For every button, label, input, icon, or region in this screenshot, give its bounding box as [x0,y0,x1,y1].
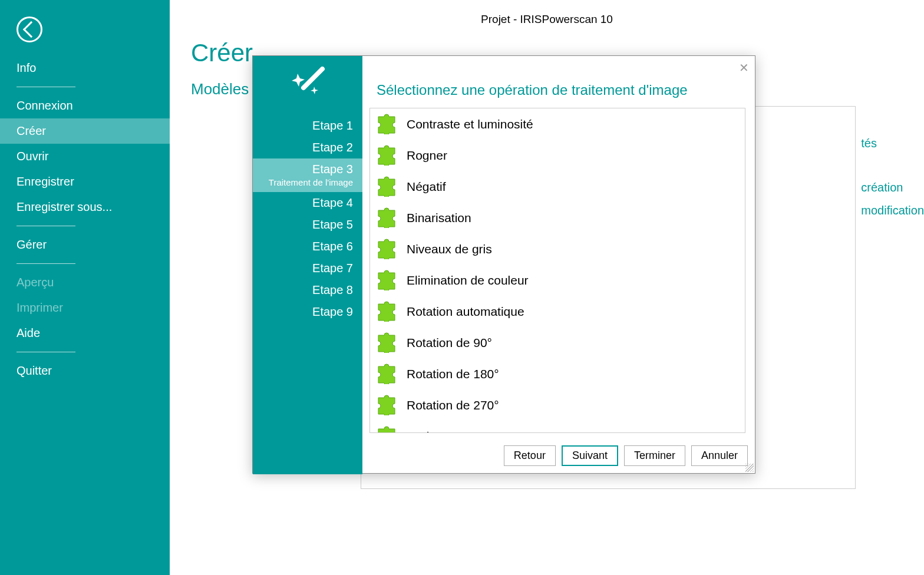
wizard-step[interactable]: Etape 6 [253,236,362,257]
puzzle-icon [375,329,407,356]
step-label: Etape 7 [258,262,353,275]
puzzle-icon [375,298,407,325]
operation-item[interactable]: Négatif [370,171,745,202]
hint-link-creation[interactable]: création [861,181,924,194]
resize-grip-icon[interactable] [745,464,754,472]
step-label: Etape 9 [258,305,353,319]
step-label: Etape 4 [258,196,353,210]
sidebar-item-imprimer: Imprimer [0,295,170,320]
operation-label: Contraste et luminosité [407,117,533,131]
sidebar-item-g-rer[interactable]: Gérer [0,232,170,257]
back-button[interactable] [16,16,42,42]
step-label: Etape 6 [258,240,353,253]
puzzle-icon [375,361,407,387]
sidebar-item-quitter[interactable]: Quitter [0,358,170,384]
sidebar-nav: InfoConnexionCréerOuvrirEnregistrerEnreg… [0,55,170,384]
wizard-step[interactable]: Etape 7 [253,257,362,279]
sidebar-item-aide[interactable]: Aide [0,320,170,346]
sidebar-item-cr-er[interactable]: Créer [0,118,170,144]
wizard-footer: Retour Suivant Terminer Annuler [362,445,748,466]
finish-button[interactable]: Terminer [624,445,685,466]
wizard-title: Sélectionnez une opération de traitement… [362,56,755,108]
puzzle-icon [375,173,407,200]
wizard-step[interactable]: Etape 1 [253,115,362,137]
puzzle-icon [375,236,407,262]
puzzle-icon [375,423,407,433]
sidebar-separator [16,87,75,87]
operation-label: Rotation de 270° [407,398,499,412]
operations-list[interactable]: Contraste et luminositéRognerNégatifBina… [369,108,745,433]
step-label: Etape 5 [258,218,353,232]
operation-item[interactable]: Redressement [370,421,745,433]
wizard-step[interactable]: Etape 4 [253,192,362,214]
step-label: Etape 1 [258,119,353,133]
operation-label: Rogner [407,148,447,163]
step-label: Etape 8 [258,283,353,297]
operation-label: Binarisation [407,211,471,225]
operation-label: Rotation de 90° [407,336,492,350]
puzzle-icon [375,267,407,293]
operation-item[interactable]: Niveaux de gris [370,233,745,265]
sidebar-separator [16,226,75,226]
wizard-step[interactable]: Etape 3Traitement de l'image [253,158,362,192]
operation-item[interactable]: Rotation de 180° [370,358,745,389]
puzzle-icon [375,142,407,168]
sidebar-item-info[interactable]: Info [0,55,170,81]
sidebar-item-ouvrir[interactable]: Ouvrir [0,144,170,169]
operation-item[interactable]: Contraste et luminosité [370,108,745,140]
operation-label: Redressement [407,429,487,434]
wizard-dialog: ✕ Etape 1Etape 2Etape 3Traitement de l'i… [252,55,755,474]
back-button[interactable]: Retour [504,445,556,466]
cancel-button[interactable]: Annuler [691,445,748,466]
sidebar-separator [16,263,75,264]
sidebar-item-enregistrer-sous-[interactable]: Enregistrer sous... [0,194,170,220]
operation-label: Rotation de 180° [407,367,499,381]
next-button[interactable]: Suivant [562,445,618,466]
wizard-step[interactable]: Etape 8 [253,279,362,301]
operation-label: Niveaux de gris [407,242,492,256]
sidebar-item-enregistrer[interactable]: Enregistrer [0,169,170,194]
operation-label: Rotation automatique [407,305,524,319]
window-title: Projet - IRISPowerscan 10 [170,0,924,31]
wizard-step[interactable]: Etape 2 [253,137,362,158]
wand-icon [253,56,362,115]
right-hints: tés création modification [861,137,924,217]
operation-item[interactable]: Binarisation [370,202,745,233]
wizard-step[interactable]: Etape 9 [253,301,362,323]
puzzle-icon [375,392,407,418]
puzzle-icon [375,204,407,231]
wizard-step[interactable]: Etape 5 [253,214,362,236]
sidebar-item-aper-u: Aperçu [0,270,170,295]
hint-text: tés [861,137,924,150]
sidebar-separator [16,352,75,352]
step-sublabel: Traitement de l'image [258,177,353,188]
wizard-body: Sélectionnez une opération de traitement… [362,56,755,438]
wizard-steps-panel: Etape 1Etape 2Etape 3Traitement de l'ima… [253,56,362,474]
operation-label: Elimination de couleur [407,273,529,288]
operation-item[interactable]: Rogner [370,140,745,171]
operation-item[interactable]: Rotation de 90° [370,327,745,358]
step-label: Etape 2 [258,141,353,154]
operation-item[interactable]: Elimination de couleur [370,265,745,296]
step-label: Etape 3 [258,163,353,176]
back-arrow-icon [23,21,39,38]
hint-link-modification[interactable]: modification [861,204,924,217]
puzzle-icon [375,111,407,137]
operation-label: Négatif [407,180,446,194]
backstage-sidebar: InfoConnexionCréerOuvrirEnregistrerEnreg… [0,0,170,575]
operation-item[interactable]: Rotation automatique [370,296,745,327]
sidebar-item-connexion[interactable]: Connexion [0,93,170,118]
operation-item[interactable]: Rotation de 270° [370,389,745,421]
